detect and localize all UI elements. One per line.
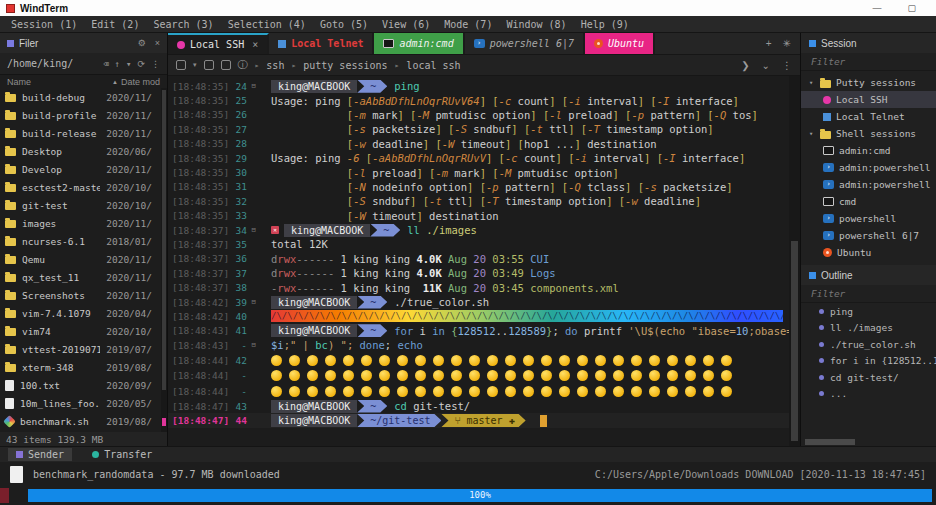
session-filter-input[interactable]: Filter [801, 53, 936, 71]
line-number: 41 [225, 325, 247, 336]
line-timestamp: [18:48:47] [168, 415, 225, 426]
file-row-build-release[interactable]: build-release2020/11/ [0, 124, 167, 142]
file-row-qx-test-11[interactable]: qx_test_112020/11/ [0, 268, 167, 286]
filer-scrollbar[interactable] [161, 88, 167, 432]
breadcrumb-ssh[interactable]: ssh [266, 60, 284, 71]
path-dropdown-icon[interactable]: ▾ [126, 59, 131, 69]
collapse-icon[interactable]: ⌄ [762, 60, 770, 71]
tab-local-telnet[interactable]: Local Telnet [269, 33, 374, 54]
file-row-benchmark-sh[interactable]: benchmark.sh2019/08/ [0, 412, 167, 430]
menu-item-mode-7[interactable]: Mode (7) [437, 19, 499, 30]
menu-item-view-6[interactable]: View (6) [375, 19, 437, 30]
tab-admin-cmd[interactable]: admin:cmd [374, 33, 464, 54]
file-date: 2020/11/ [106, 164, 162, 175]
tree-expand-icon[interactable]: ▾ [807, 130, 815, 138]
bottom-tab-transfer[interactable]: Transfer [84, 448, 160, 461]
bottom-tab-sender[interactable]: Sender [8, 448, 72, 461]
session-item-powershell[interactable]: ›powershell [801, 210, 936, 227]
fold-marker-icon[interactable]: ⊟ [247, 226, 260, 234]
fold-marker-icon[interactable]: ⊟ [247, 341, 260, 349]
menu-item-goto-5[interactable]: Goto (5) [313, 19, 375, 30]
file-row-develop[interactable]: Develop2020/11/ [0, 160, 167, 178]
session-item-shell-sessions[interactable]: ▾Shell sessions [801, 125, 936, 142]
session-item-putty-sessions[interactable]: ▾Putty sessions [801, 74, 936, 91]
file-row-screenshots[interactable]: Screenshots2020/11/ [0, 286, 167, 304]
transfer-row: benchmark_randomdata - 97.7 MB downloade… [0, 462, 936, 486]
filer-path[interactable]: /home/king/ [7, 58, 73, 69]
session-item-admin-cmd[interactable]: admin:cmd [801, 142, 936, 159]
tab-local-ssh[interactable]: Local SSH× [168, 33, 269, 54]
column-name[interactable]: Name [7, 77, 112, 87]
tab-ubuntu[interactable]: Ubuntu [585, 33, 655, 54]
session-item-powershell-6-7[interactable]: ›powershell 6|7 [801, 227, 936, 244]
file-row-xterm-348[interactable]: xterm-3482019/08/ [0, 358, 167, 376]
outline-hscrollbar[interactable] [801, 438, 936, 446]
expand-icon[interactable]: ❯ [741, 60, 749, 71]
filer-settings-icon[interactable]: ⚙ [138, 38, 146, 48]
file-row-git-test[interactable]: git-test2020/10/ [0, 196, 167, 214]
new-session-icon[interactable] [176, 60, 186, 70]
menu-item-search-3[interactable]: Search (3) [146, 19, 220, 30]
menu-item-selection-4[interactable]: Selection (4) [221, 19, 313, 30]
outline-filter-input[interactable]: Filter [801, 285, 936, 303]
menu-item-window-8[interactable]: Window (8) [499, 19, 573, 30]
file-row-10m-lines-foo-t[interactable]: 10m_lines_foo.t…2020/05/ [0, 394, 167, 412]
file-row-100-txt[interactable]: 100.txt2020/09/ [0, 376, 167, 394]
fold-marker-icon[interactable]: ⊟ [247, 82, 260, 90]
maximize-button[interactable]: ▢ [907, 3, 916, 13]
tab-list-icon[interactable]: ✳ [783, 38, 791, 49]
filer-close-icon[interactable]: × [155, 38, 160, 48]
terminal-scrollbar-thumb[interactable] [791, 241, 798, 441]
menu-item-help-9[interactable]: Help (9) [574, 19, 636, 30]
toolbar-more-icon[interactable]: ⋮ [782, 60, 792, 71]
file-row-desktop[interactable]: Desktop2020/06/ [0, 142, 167, 160]
file-row-vim74[interactable]: vim742020/10/ [0, 322, 167, 340]
breadcrumb-local-ssh[interactable]: local ssh [406, 60, 460, 71]
outline-item-[interactable]: ... [801, 386, 936, 403]
file-row-vim-7-4-1079[interactable]: vim-7.4.10792020/04/ [0, 304, 167, 322]
session-item-admin-powershell[interactable]: ›admin:powershell [801, 176, 936, 193]
tab-close-icon[interactable]: × [252, 39, 258, 50]
session-item-local-ssh[interactable]: Local SSH [801, 91, 936, 108]
filer-more-icon[interactable]: ⋮ [151, 59, 160, 69]
minimize-button[interactable]: — [872, 3, 881, 13]
session-item-cmd[interactable]: cmd [801, 193, 936, 210]
file-row-ncurses-6-1[interactable]: ncurses-6.12018/01/ [0, 232, 167, 250]
menu-item-edit-2[interactable]: Edit (2) [84, 19, 146, 30]
file-row-images[interactable]: images2020/11/ [0, 214, 167, 232]
file-list[interactable]: build-debug2020/11/build-profile2020/11/… [0, 88, 167, 432]
menu-item-session-1[interactable]: Session (1) [4, 19, 84, 30]
outline-hscrollbar-thumb[interactable] [805, 439, 855, 445]
breadcrumb-putty-sessions[interactable]: putty sessions [303, 60, 387, 71]
terminal-scrollbar[interactable] [789, 76, 800, 446]
tree-expand-icon[interactable]: ▾ [807, 79, 815, 87]
column-date[interactable]: Date mod [121, 77, 160, 87]
clear-path-icon[interactable]: ⌫ [103, 59, 108, 69]
session-item-admin-powershell[interactable]: ›admin:powershell [801, 159, 936, 176]
file-row-esctest2-master[interactable]: esctest2-master2020/10/ [0, 178, 167, 196]
duplicate-window-icon[interactable] [221, 60, 231, 70]
split-window-icon[interactable] [204, 60, 214, 70]
text-segment: ; [385, 339, 398, 351]
up-directory-icon[interactable]: ↑ [115, 59, 120, 69]
file-row-qemu[interactable]: Qemu2020/11/ [0, 250, 167, 268]
terminal-output[interactable]: [18:48:35]24⊟king@MACBOOK~ping[18:48:35]… [168, 76, 789, 446]
filer-scrollbar-thumb[interactable] [162, 90, 166, 390]
outline-item-ping[interactable]: ping [801, 303, 936, 320]
file-row-build-profile[interactable]: build-profile2020/11/ [0, 106, 167, 124]
refresh-icon[interactable]: ⟳ [137, 59, 145, 69]
line-timestamp: [18:48:37] [168, 253, 225, 264]
outline-item-true-color-sh[interactable]: ./true_color.sh [801, 336, 936, 353]
file-row-vttest-20190710[interactable]: vttest-201907102019/07/ [0, 340, 167, 358]
fold-marker-icon[interactable]: ⊟ [247, 298, 260, 306]
new-tab-icon[interactable]: + [766, 38, 772, 49]
outline-item-cd-git-test[interactable]: cd git-test/ [801, 369, 936, 386]
info-icon[interactable]: ⓘ [238, 58, 248, 72]
outline-item-for-i-in-128512-12[interactable]: for i in {128512..12 [801, 353, 936, 370]
file-row-build-debug[interactable]: build-debug2020/11/ [0, 88, 167, 106]
session-item-local-telnet[interactable]: Local Telnet [801, 108, 936, 125]
session-item-ubuntu[interactable]: Ubuntu [801, 244, 936, 261]
outline-item-ll-images[interactable]: ll ./images [801, 320, 936, 337]
new-session-dropdown-icon[interactable]: ▾ [193, 61, 197, 69]
tab-powershell-6-7[interactable]: ›powershell 6|7 [465, 33, 585, 54]
